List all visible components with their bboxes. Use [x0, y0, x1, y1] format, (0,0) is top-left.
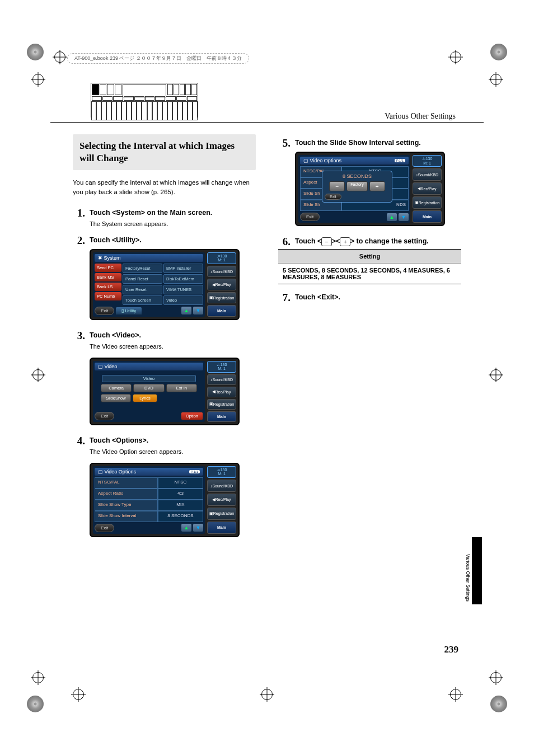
up-arrow-icon: ▲ — [181, 307, 191, 314]
tempo-display: ♩=130M: 1 — [207, 361, 236, 373]
step-text: Touch <Utility>. — [90, 235, 142, 246]
side-button-main: Main — [207, 305, 236, 316]
step-number: 7. — [278, 292, 291, 303]
option-label: Slide Show Interval — [95, 511, 158, 522]
side-button-registration: ▣ Registration — [207, 508, 236, 520]
step-text: Touch <Options>. — [90, 435, 148, 446]
video-header: Video — [102, 375, 196, 382]
left-button: Bank LS — [95, 283, 121, 291]
grid-cell: User Reset — [123, 285, 162, 294]
utility-screen-figure: ✖ System Send PC Bank MS Bank LS PC Numb… — [90, 249, 240, 320]
side-button-registration: ▣ Registration — [207, 292, 236, 303]
page-number: 239 — [444, 644, 459, 655]
step-text: Touch the Slide Show Interval setting. — [295, 138, 421, 148]
right-column: 5. Touch the Slide Show Interval setting… — [278, 134, 461, 547]
step-6: 6. Touch <−><+> to change the setting. — [278, 236, 461, 247]
step-5: 5. Touch the Slide Show Interval setting… — [278, 138, 461, 148]
down-arrow-icon: ▼ — [193, 307, 203, 314]
side-button-main: Main — [207, 522, 236, 534]
popup-value: 8 SECONDS — [324, 172, 391, 180]
down-arrow-icon: ▼ — [399, 213, 409, 221]
up-arrow-icon: ▲ — [181, 524, 191, 532]
step-note: The Video Option screen appears. — [90, 448, 256, 455]
left-button: Bank MS — [95, 273, 121, 281]
grid-cell: Panel Reset — [123, 274, 162, 284]
option-label: NTSC/PAL — [95, 477, 158, 489]
grid-cell: FactoryReset — [123, 264, 162, 273]
setting-table-header: Setting — [278, 250, 461, 264]
grid-cell: BMP Installer — [163, 264, 203, 273]
registration-mark-icon — [73, 689, 84, 700]
grid-cell: DiskToExtMem — [163, 274, 203, 284]
option-value: 8 SECONDS — [158, 511, 203, 522]
video-screen-figure: ▢ Video Video Camera DVD Ext In SlideSho… — [90, 358, 240, 425]
side-button-recplay: ◀ Rec/Play — [207, 387, 236, 397]
book-header: AT-900_e.book 239 ページ ２００７年９月７日 金曜日 午前８時… — [67, 53, 249, 64]
plus-key-icon: + — [340, 237, 350, 246]
step-note: The Video screen appears. — [90, 343, 256, 350]
step-7: 7. Touch <Exit>. — [278, 292, 461, 303]
video-button: Ext In — [166, 384, 197, 392]
registration-mark-icon — [32, 74, 44, 85]
video-options-screen-figure: ▢ Video OptionsP.1/1 NTSC/PALNTSC Aspect… — [90, 463, 240, 537]
registration-mark-icon — [54, 51, 65, 63]
slideshow-interval-popup-figure: ▢ Video OptionsP.1/1 NTSC/PALNTSC Aspect… — [295, 152, 445, 226]
interval-popup: 8 SECONDS − Factory + Exit — [322, 171, 392, 203]
side-button-main: Main — [413, 210, 442, 223]
step-number: 4. — [73, 435, 85, 446]
page-header-rule — [50, 122, 484, 123]
exit-button: Exit — [95, 524, 114, 532]
page-indicator: P.1/1 — [189, 470, 200, 473]
side-button-registration: ▣ Registration — [207, 399, 236, 410]
keyboard-thumbnail — [91, 83, 198, 118]
print-rosette-icon — [490, 44, 507, 60]
left-button: Send PC — [95, 264, 121, 272]
video-button: DVD — [133, 384, 164, 392]
section-tab-label: Various Other Settings — [465, 554, 471, 602]
side-button-main: Main — [207, 411, 236, 422]
video-button-lyrics: Lyrics — [133, 394, 157, 402]
section-title: Selecting the Interval at which Images w… — [73, 134, 256, 170]
grid-cell: Touch Screen — [123, 295, 162, 305]
registration-mark-icon — [261, 689, 273, 700]
step-number: 6. — [278, 236, 291, 247]
tempo-display: ♩=130M: 1 — [207, 252, 236, 264]
section-tab-marker — [472, 537, 482, 604]
registration-mark-icon — [490, 369, 502, 381]
side-button-soundkbd: ♪ Sound/KBD — [207, 266, 236, 277]
screen-title: Video Options — [105, 469, 136, 475]
registration-mark-icon — [450, 51, 461, 63]
plus-button: + — [369, 181, 385, 191]
left-button: PC Numb — [95, 292, 121, 300]
popup-exit-button: Exit — [325, 194, 341, 200]
registration-mark-icon — [490, 672, 502, 683]
side-button-soundkbd: ♪ Sound/KBD — [413, 168, 442, 181]
print-rosette-icon — [490, 696, 507, 712]
step-1: 1. Touch <System> on the Main screen. — [73, 208, 256, 218]
registration-mark-icon — [490, 74, 502, 85]
option-value: MIX — [158, 500, 203, 511]
side-button-registration: ▣ Registration — [413, 196, 442, 209]
step-text: Touch <Exit>. — [295, 292, 340, 303]
step-4: 4. Touch <Options>. — [73, 435, 256, 446]
setting-table: Setting 5 SECONDS, 8 SECONDS, 12 SECONDS… — [278, 249, 461, 284]
side-button-recplay: ◀ Rec/Play — [207, 494, 236, 506]
exit-button: Exit — [95, 307, 114, 315]
screen-title: System — [104, 255, 121, 261]
grid-cell: Video — [163, 295, 203, 305]
option-value: NTSC — [158, 477, 203, 489]
registration-mark-icon — [32, 369, 44, 381]
option-button: Option — [181, 412, 203, 420]
side-button-soundkbd: ♪ Sound/KBD — [207, 374, 236, 385]
intro-text: You can specify the interval at which im… — [73, 178, 256, 198]
registration-mark-icon — [32, 672, 44, 683]
setting-table-row: 5 SECONDS, 8 SECONDS, 12 SECONDS, 4 MEAS… — [278, 264, 461, 284]
step-number: 5. — [278, 138, 291, 148]
grid-cell: VIMA TUNES — [163, 285, 203, 294]
side-button-recplay: ◀ Rec/Play — [207, 279, 236, 290]
tempo-display: ♩=130M: 1 — [413, 155, 442, 167]
print-rosette-icon — [27, 696, 44, 712]
side-button-soundkbd: ♪ Sound/KBD — [207, 480, 236, 492]
screen-title: Video — [105, 364, 118, 369]
minus-button: − — [329, 181, 345, 191]
